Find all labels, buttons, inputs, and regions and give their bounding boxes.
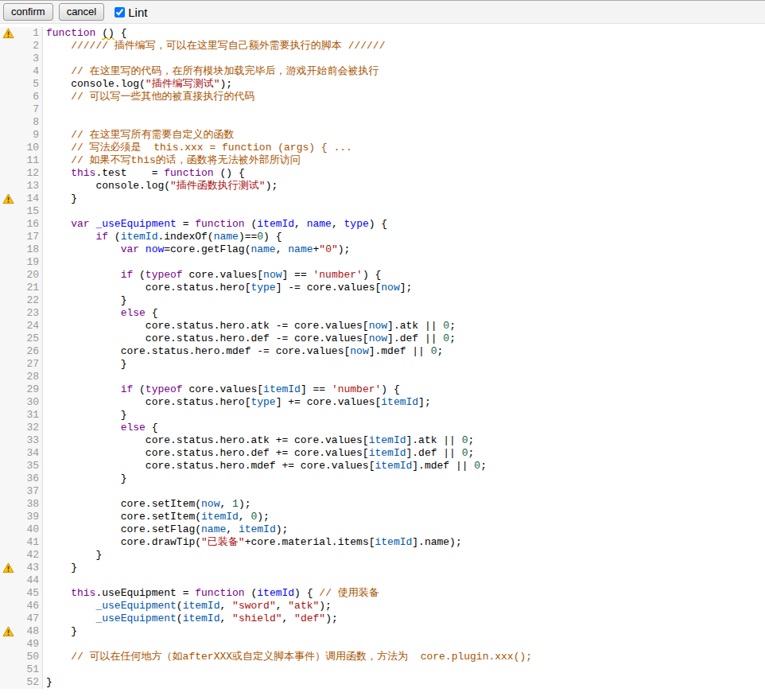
code-line[interactable]: 13 console.log("插件函数执行测试"); bbox=[0, 180, 765, 192]
code-text[interactable]: } bbox=[43, 549, 102, 562]
code-line[interactable]: 22 } bbox=[0, 294, 765, 307]
code-text[interactable]: this.test = function () { bbox=[43, 167, 245, 180]
code-text[interactable]: core.status.hero.atk -= core.values[now]… bbox=[43, 320, 456, 332]
code-line[interactable]: 52} bbox=[0, 676, 765, 689]
code-line[interactable]: 29 if (typeof core.values[itemId] == 'nu… bbox=[0, 383, 765, 396]
code-line[interactable]: 2 ////// 插件编写，可以在这里写自己额外需要执行的脚本 ////// bbox=[0, 40, 765, 52]
code-text[interactable] bbox=[43, 574, 46, 587]
code-line[interactable]: 15 bbox=[0, 205, 765, 218]
code-line[interactable]: 1function () { bbox=[0, 27, 765, 40]
code-text[interactable]: core.status.hero[type] -= core.values[no… bbox=[43, 282, 412, 294]
code-line[interactable]: 25 core.status.hero.def -= core.values[n… bbox=[0, 332, 765, 345]
code-text[interactable]: core.setFlag(name, itemId); bbox=[43, 523, 288, 536]
code-text[interactable]: } bbox=[43, 409, 126, 422]
code-line[interactable]: 23 else { bbox=[0, 307, 765, 320]
code-line[interactable]: 5 console.log("插件编写测试"); bbox=[0, 78, 765, 91]
code-text[interactable]: if (typeof core.values[now] == 'number')… bbox=[43, 269, 381, 282]
code-text[interactable]: console.log("插件编写测试"); bbox=[43, 78, 232, 91]
code-text[interactable]: // 可以写一些其他的被直接执行的代码 bbox=[43, 91, 255, 103]
code-text[interactable]: } bbox=[43, 562, 77, 574]
code-line[interactable]: 8 bbox=[0, 116, 765, 129]
code-text[interactable]: } bbox=[43, 676, 52, 689]
code-text[interactable] bbox=[43, 485, 46, 498]
lint-warning-marker[interactable] bbox=[0, 562, 16, 574]
code-line[interactable]: 11 // 如果不写this的话，函数将无法被外部所访问 bbox=[0, 154, 765, 167]
lint-checkbox[interactable] bbox=[115, 7, 125, 18]
lint-label[interactable]: Lint bbox=[128, 6, 147, 19]
code-text[interactable]: } bbox=[43, 358, 126, 371]
code-line[interactable]: 45 this.useEquipment = function (itemId)… bbox=[0, 587, 765, 600]
code-line[interactable]: 10 // 写法必须是 this.xxx = function (args) {… bbox=[0, 142, 765, 154]
code-editor[interactable]: 1function () {2 ////// 插件编写，可以在这里写自己额外需要… bbox=[0, 24, 765, 689]
code-text[interactable] bbox=[43, 371, 46, 383]
code-text[interactable]: _useEquipment(itemId, "shield", "def"); bbox=[43, 612, 338, 625]
code-line[interactable]: 34 core.status.hero.def += core.values[i… bbox=[0, 447, 765, 460]
code-line[interactable]: 49 bbox=[0, 638, 765, 651]
code-line[interactable]: 33 core.status.hero.atk += core.values[i… bbox=[0, 434, 765, 447]
confirm-button[interactable]: confirm bbox=[3, 3, 53, 21]
code-text[interactable]: if (typeof core.values[itemId] == 'numbe… bbox=[43, 383, 400, 396]
code-line[interactable]: 12 this.test = function () { bbox=[0, 167, 765, 180]
code-text[interactable] bbox=[43, 663, 46, 676]
code-line[interactable]: 24 core.status.hero.atk -= core.values[n… bbox=[0, 320, 765, 332]
code-text[interactable]: core.setItem(now, 1); bbox=[43, 498, 250, 511]
code-text[interactable]: core.status.hero.mdef += core.values[ite… bbox=[43, 460, 487, 472]
code-text[interactable] bbox=[43, 205, 46, 218]
code-line[interactable]: 46 _useEquipment(itemId, "sword", "atk")… bbox=[0, 600, 765, 612]
lint-warning-marker[interactable] bbox=[0, 625, 16, 638]
warning-icon[interactable] bbox=[2, 193, 14, 204]
code-line[interactable]: 43 } bbox=[0, 562, 765, 574]
code-line[interactable]: 32 else { bbox=[0, 422, 765, 434]
cancel-button[interactable]: cancel bbox=[59, 3, 105, 21]
code-line[interactable]: 20 if (typeof core.values[now] == 'numbe… bbox=[0, 269, 765, 282]
code-line[interactable]: 31 } bbox=[0, 409, 765, 422]
code-text[interactable] bbox=[43, 116, 46, 129]
code-line[interactable]: 19 bbox=[0, 256, 765, 269]
code-text[interactable]: } bbox=[43, 472, 126, 485]
code-line[interactable]: 42 } bbox=[0, 549, 765, 562]
code-line[interactable]: 37 bbox=[0, 485, 765, 498]
code-text[interactable]: var now=core.getFlag(name, name+"0"); bbox=[43, 243, 350, 256]
code-line[interactable]: 35 core.status.hero.mdef += core.values[… bbox=[0, 460, 765, 472]
code-text[interactable]: else { bbox=[43, 307, 157, 320]
code-line[interactable]: 30 core.status.hero[type] += core.values… bbox=[0, 396, 765, 409]
warning-icon[interactable] bbox=[2, 28, 14, 39]
code-text[interactable]: console.log("插件函数执行测试"); bbox=[43, 180, 278, 192]
code-line[interactable]: 26 core.status.hero.mdef -= core.values[… bbox=[0, 345, 765, 358]
lint-warning-marker[interactable] bbox=[0, 192, 16, 205]
code-text[interactable]: core.status.hero.def -= core.values[now]… bbox=[43, 332, 456, 345]
code-line[interactable]: 28 bbox=[0, 371, 765, 383]
code-text[interactable]: // 在这里写的代码，在所有模块加载完毕后，游戏开始前会被执行 bbox=[43, 65, 379, 78]
code-text[interactable] bbox=[43, 256, 46, 269]
code-text[interactable]: // 可以在任何地方（如afterXXX或自定义脚本事件）调用函数，方法为 co… bbox=[43, 651, 532, 663]
code-line[interactable]: 38 core.setItem(now, 1); bbox=[0, 498, 765, 511]
code-text[interactable]: _useEquipment(itemId, "sword", "atk"); bbox=[43, 600, 332, 612]
code-text[interactable]: core.status.hero[type] += core.values[it… bbox=[43, 396, 431, 409]
code-line[interactable]: 48 } bbox=[0, 625, 765, 638]
code-line[interactable]: 40 core.setFlag(name, itemId); bbox=[0, 523, 765, 536]
code-text[interactable]: core.status.hero.def += core.values[item… bbox=[43, 447, 474, 460]
code-text[interactable]: } bbox=[43, 294, 126, 307]
code-text[interactable]: // 在这里写所有需要自定义的函数 bbox=[43, 129, 235, 142]
code-line[interactable]: 47 _useEquipment(itemId, "shield", "def"… bbox=[0, 612, 765, 625]
code-line[interactable]: 17 if (itemId.indexOf(name)==0) { bbox=[0, 231, 765, 243]
code-text[interactable]: if (itemId.indexOf(name)==0) { bbox=[43, 231, 282, 243]
code-line[interactable]: 39 core.setItem(itemId, 0); bbox=[0, 511, 765, 523]
code-line[interactable]: 6 // 可以写一些其他的被直接执行的代码 bbox=[0, 91, 765, 103]
code-line[interactable]: 16 var _useEquipment = function (itemId,… bbox=[0, 218, 765, 231]
code-line[interactable]: 4 // 在这里写的代码，在所有模块加载完毕后，游戏开始前会被执行 bbox=[0, 65, 765, 78]
code-text[interactable] bbox=[43, 52, 46, 65]
code-text[interactable]: else { bbox=[43, 422, 157, 434]
warning-icon[interactable] bbox=[2, 562, 14, 574]
code-text[interactable]: core.drawTip("已装备"+core.material.items[i… bbox=[43, 536, 462, 549]
code-text[interactable]: core.status.hero.mdef -= core.values[now… bbox=[43, 345, 443, 358]
code-line[interactable]: 18 var now=core.getFlag(name, name+"0"); bbox=[0, 243, 765, 256]
code-text[interactable]: // 如果不写this的话，函数将无法被外部所访问 bbox=[43, 154, 301, 167]
code-line[interactable]: 7 bbox=[0, 103, 765, 116]
code-text[interactable]: var _useEquipment = function (itemId, na… bbox=[43, 218, 387, 231]
code-text[interactable]: this.useEquipment = function (itemId) { … bbox=[43, 587, 379, 600]
code-text[interactable]: function () { bbox=[43, 27, 126, 40]
code-line[interactable]: 36 } bbox=[0, 472, 765, 485]
code-line[interactable]: 3 bbox=[0, 52, 765, 65]
code-text[interactable]: ////// 插件编写，可以在这里写自己额外需要执行的脚本 ////// bbox=[43, 40, 385, 52]
